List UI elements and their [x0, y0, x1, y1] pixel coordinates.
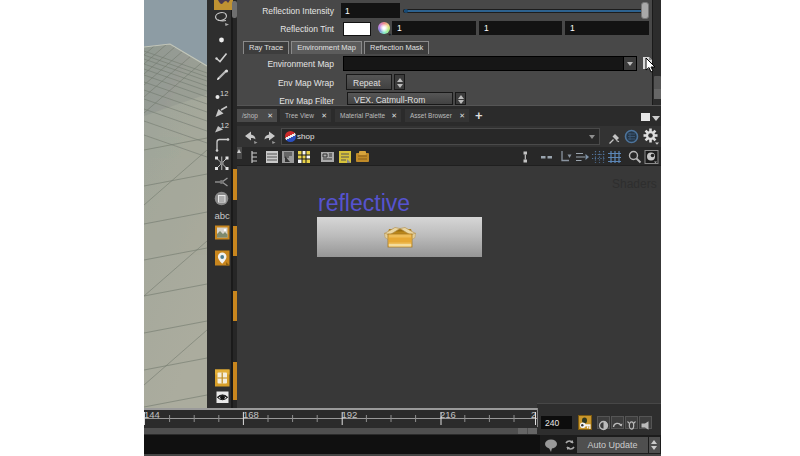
svg-text:12: 12	[220, 89, 228, 98]
svg-text:12: 12	[221, 121, 229, 130]
svg-text:abc: abc	[215, 210, 231, 221]
